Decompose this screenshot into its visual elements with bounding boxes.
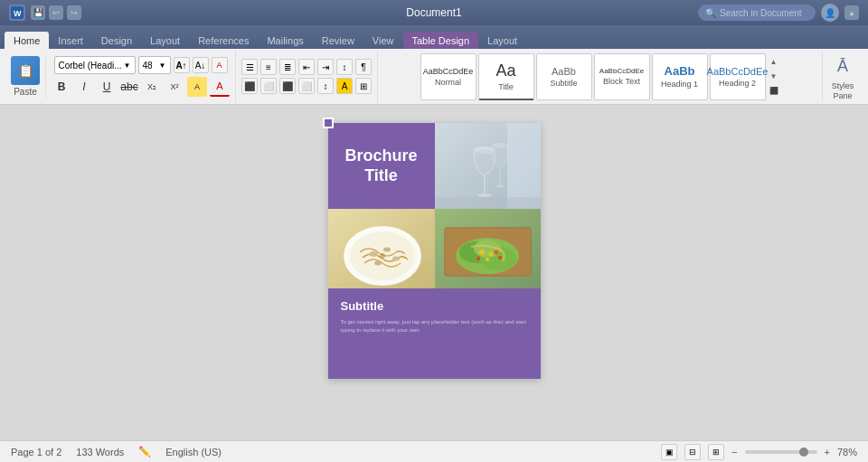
- style-heading2-preview: AaBbCcDdEe: [707, 66, 769, 77]
- edit-mode-icon: ✏️: [138, 446, 151, 457]
- user-avatar[interactable]: 👤: [821, 4, 839, 22]
- italic-btn[interactable]: I: [74, 77, 94, 97]
- style-block-text-label: Block Text: [603, 77, 640, 86]
- bullets-btn[interactable]: ☰: [241, 59, 258, 75]
- font-name-dropdown[interactable]: Corbel (Headi... ▼: [54, 56, 136, 74]
- styles-up-btn[interactable]: ▲: [768, 56, 780, 69]
- svg-rect-3: [507, 123, 541, 209]
- increase-indent-btn[interactable]: ⇥: [317, 59, 334, 75]
- brochure-pasta-photo: [328, 209, 435, 288]
- svg-point-18: [380, 253, 385, 259]
- font-size-arrow: ▼: [159, 61, 166, 70]
- numbering-btn[interactable]: ≡: [260, 59, 277, 75]
- style-heading2[interactable]: AaBbCcDdEe Heading 2: [710, 53, 766, 100]
- clear-format-btn[interactable]: A: [212, 57, 228, 73]
- ribbon-toolbar: 📋 Paste Corbel (Headi... ▼ 48 ▼ A↑ A↓ A …: [0, 49, 868, 105]
- search-placeholder: Search in Document: [720, 8, 802, 18]
- styles-pane-button[interactable]: Ā StylesPane: [822, 51, 863, 103]
- font-dropdown-arrow: ▼: [124, 61, 131, 70]
- paste-button[interactable]: 📋 Paste: [5, 54, 46, 99]
- svg-rect-10: [435, 197, 541, 209]
- zoom-plus[interactable]: +: [825, 447, 830, 457]
- resize-handle[interactable]: [323, 118, 334, 128]
- brochure-bottom-section: Subtitle To get started right away, just…: [328, 288, 541, 379]
- styles-down-btn[interactable]: ▼: [768, 71, 780, 83]
- style-subtitle-label: Subtitle: [550, 79, 577, 88]
- align-right-btn[interactable]: ⬛: [279, 78, 296, 94]
- svg-point-28: [488, 252, 493, 257]
- document-page[interactable]: Brochure Title: [328, 123, 541, 379]
- multilevel-btn[interactable]: ≣: [279, 59, 296, 75]
- style-subtitle[interactable]: AaBb Subtitle: [536, 53, 592, 100]
- document-title: Document1: [406, 6, 461, 19]
- superscript-btn[interactable]: X²: [165, 77, 184, 97]
- style-normal[interactable]: AaBbCcDdEe Normal: [420, 53, 476, 100]
- svg-point-29: [476, 257, 480, 260]
- tab-home[interactable]: Home: [5, 32, 49, 49]
- brochure-body-text: To get started right away, just tap any …: [341, 318, 528, 335]
- style-title-preview: Aa: [495, 61, 515, 80]
- tab-layout[interactable]: Layout: [141, 32, 189, 49]
- style-subtitle-preview: AaBb: [552, 66, 576, 77]
- title-bar-right: 🔍 Search in Document 👤 ▲: [698, 4, 859, 22]
- increase-font-btn[interactable]: A↑: [174, 57, 190, 73]
- paragraph-group: ☰ ≡ ≣ ⇤ ⇥ ↕ ¶ ⬛ ⬜ ⬛ ⬜ ↕ A ⊞: [236, 51, 378, 103]
- styles-pane-label: StylesPane: [832, 81, 854, 101]
- show-marks-btn[interactable]: ¶: [355, 59, 372, 75]
- paste-icon: 📋: [11, 56, 40, 85]
- style-block-text[interactable]: AaBbCcDdEe Block Text: [594, 53, 650, 100]
- zoom-level: 78%: [837, 447, 857, 457]
- svg-text:W: W: [14, 9, 22, 18]
- font-size-dropdown[interactable]: 48 ▼: [138, 56, 171, 74]
- highlight-btn[interactable]: A: [187, 77, 207, 97]
- sort-btn[interactable]: ↕: [336, 59, 353, 75]
- line-spacing-btn[interactable]: ↕: [317, 78, 334, 94]
- document-area: Brochure Title: [0, 105, 868, 440]
- quick-save-btn[interactable]: 💾: [31, 5, 45, 20]
- font-row2: B I U abc X₂ X² A A: [52, 77, 230, 97]
- style-title[interactable]: Aa Title: [478, 53, 534, 100]
- underline-btn[interactable]: U: [97, 77, 117, 97]
- tab-design[interactable]: Design: [92, 32, 141, 49]
- style-heading1[interactable]: AaBb Heading 1: [652, 53, 708, 100]
- borders-btn[interactable]: ⊞: [355, 78, 372, 94]
- brochure-middle-section: [328, 209, 541, 288]
- align-center-btn[interactable]: ⬜: [260, 78, 277, 94]
- decrease-indent-btn[interactable]: ⇤: [298, 59, 315, 75]
- shading-btn[interactable]: A: [336, 78, 353, 94]
- status-bar: Page 1 of 2 133 Words ✏️ English (US) ▣ …: [0, 440, 868, 462]
- style-normal-preview: AaBbCcDdEe: [423, 67, 474, 76]
- font-color-btn[interactable]: A: [210, 77, 230, 97]
- svg-point-6: [477, 193, 492, 197]
- undo-btn[interactable]: ↩: [49, 5, 63, 20]
- word-count: 133 Words: [76, 447, 124, 457]
- tab-references[interactable]: References: [189, 32, 258, 49]
- zoom-minus[interactable]: −: [731, 447, 737, 457]
- svg-point-27: [479, 250, 485, 255]
- styles-more-btn[interactable]: ⬛: [768, 85, 780, 98]
- tab-insert[interactable]: Insert: [49, 32, 92, 49]
- tab-review[interactable]: Review: [313, 32, 363, 49]
- justify-btn[interactable]: ⬜: [298, 78, 315, 94]
- redo-btn[interactable]: ↪: [67, 5, 81, 20]
- search-icon: 🔍: [705, 8, 716, 18]
- view-mode-btn3[interactable]: ⊞: [708, 444, 724, 460]
- view-mode-btn1[interactable]: ▣: [661, 444, 677, 460]
- style-heading2-label: Heading 2: [719, 79, 756, 88]
- decrease-font-btn[interactable]: A↓: [193, 57, 209, 73]
- bold-btn[interactable]: B: [52, 77, 71, 97]
- tab-table-design[interactable]: Table Design: [403, 32, 479, 49]
- brochure-title-box[interactable]: Brochure Title: [328, 123, 435, 209]
- expand-btn[interactable]: ▲: [844, 5, 859, 20]
- svg-point-16: [392, 257, 400, 261]
- tab-view[interactable]: View: [363, 32, 403, 49]
- brochure-top-photo: [435, 123, 541, 209]
- view-mode-btn2[interactable]: ⊟: [684, 444, 701, 460]
- search-box[interactable]: 🔍 Search in Document: [698, 5, 816, 21]
- tab-layout2[interactable]: Layout: [478, 32, 526, 49]
- align-left-btn[interactable]: ⬛: [241, 78, 258, 94]
- tab-mailings[interactable]: Mailings: [258, 32, 312, 49]
- strikethrough-btn[interactable]: abc: [119, 77, 139, 97]
- zoom-slider[interactable]: [745, 450, 817, 454]
- subscript-btn[interactable]: X₂: [142, 77, 162, 97]
